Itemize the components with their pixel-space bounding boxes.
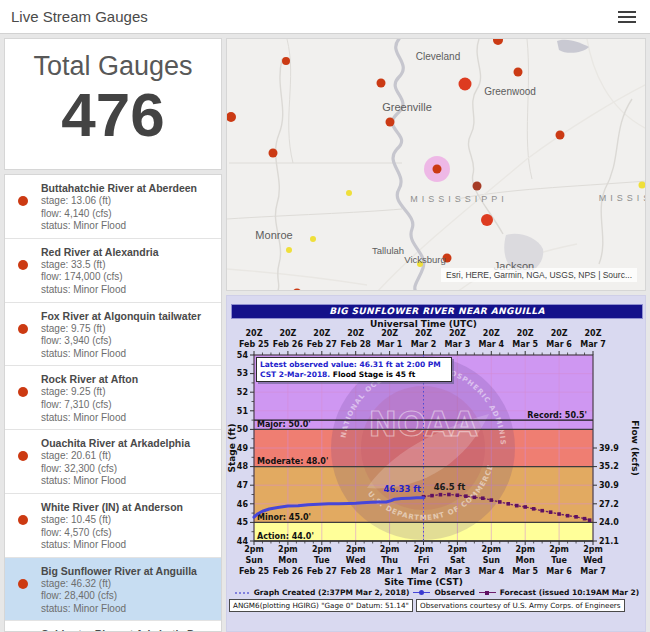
cst-tick-time: 2pm [515, 545, 535, 554]
gauge-status: status: Minor Flood [41, 412, 215, 425]
gauge-flow: flow: 4,570 (cfs) [41, 527, 215, 540]
forecast-point [574, 515, 578, 519]
forecast-point [506, 502, 510, 506]
flood-stage-text: Flood Stage is 45 ft [333, 370, 416, 379]
utc-tick-date: Mar 1 [377, 340, 403, 349]
gauge-marker[interactable] [556, 131, 565, 140]
map[interactable]: ClevelandGreenwoodGreenvilleMISSISSIPPIM… [226, 38, 646, 291]
gauge-marker[interactable] [227, 112, 236, 122]
flow-tick-label: 39.9 [599, 444, 619, 453]
gauge-marker[interactable] [481, 214, 493, 226]
forecast-point [447, 493, 451, 497]
list-item[interactable]: Ouachita River at Arkadelphiastage: 20.6… [5, 430, 221, 494]
data-label: 46.33 ft [384, 484, 422, 494]
flood-line-label: Moderate: 48.0' [257, 457, 328, 466]
gauge-marker[interactable] [269, 149, 278, 158]
map-lake [557, 40, 589, 53]
gauge-stage: stage: 13.06 (ft) [41, 195, 215, 208]
gauge-status-dot [18, 515, 28, 525]
gauge-flow: flow: 4,140 (cfs) [41, 208, 215, 221]
forecast-point [549, 510, 553, 514]
list-item[interactable]: White River (IN) at Andersonstage: 10.45… [5, 494, 221, 558]
gage-datum-box: ANGM6(plotting HGIRG) "Gage 0" Datum: 51… [229, 599, 413, 612]
utc-tick-time: 20Z [347, 329, 364, 338]
list-item[interactable]: Big Sunflower River at Anguillastage: 46… [5, 558, 221, 622]
observations-credit-box: Observations courtesy of U.S. Army Corps… [416, 599, 625, 612]
gauge-name: Coldwater River at Arkabutla Dam [41, 628, 215, 632]
cst-tick-time: 2pm [244, 545, 264, 554]
gauge-name: Ouachita River at Arkadelphia [41, 437, 215, 450]
utc-tick-date: Feb 27 [307, 340, 337, 349]
gauge-marker[interactable] [639, 182, 646, 189]
cst-tick-time: 2pm [448, 545, 468, 554]
utc-tick-date: Mar 6 [546, 340, 572, 349]
cst-tick-time: 2pm [481, 545, 501, 554]
cst-tick-day: Wed [583, 556, 603, 565]
utc-tick-date: Mar 5 [512, 340, 538, 349]
gauge-name: White River (IN) at Anderson [41, 501, 215, 514]
legend-created-label: Graph Created (2:37PM Mar 2, 2018) [254, 588, 410, 597]
cst-tick-day: Thu [381, 556, 398, 565]
gauge-marker[interactable] [346, 190, 352, 196]
gauge-marker[interactable] [293, 289, 302, 292]
gauge-marker[interactable] [473, 182, 482, 191]
utc-tick-date: Feb 26 [273, 340, 304, 349]
hydrograph: BIG SUNFLOWER RIVER NEAR ANGUILLA Univer… [226, 295, 646, 632]
cst-tick-day: Fri [418, 556, 430, 565]
gauge-marker[interactable] [377, 79, 386, 88]
map-stream-left [275, 59, 282, 291]
gauge-marker[interactable] [417, 261, 423, 267]
stage-tick-label: 45 [237, 518, 249, 527]
forecast-point [498, 500, 502, 504]
list-item[interactable]: Red River at Alexandriastage: 33.5 (ft)f… [5, 239, 221, 303]
gauge-marker[interactable] [386, 118, 395, 127]
forecast-point [439, 493, 443, 497]
cst-tick-date: Mar 7 [580, 567, 606, 576]
utc-tick-date: Mar 3 [445, 340, 471, 349]
map-county-borders [227, 39, 646, 219]
total-gauges-count: 476 [5, 82, 221, 148]
total-gauges-label: Total Gauges [5, 51, 221, 82]
forecast-point [490, 498, 494, 502]
map-canvas[interactable] [227, 39, 646, 291]
list-item[interactable]: Fox River at Algonquin tailwaterstage: 9… [5, 303, 221, 367]
utc-tick-time: 20Z [517, 329, 534, 338]
gauge-marker[interactable] [310, 236, 316, 242]
list-item[interactable]: Coldwater River at Arkabutla Damstage: 2… [5, 621, 221, 632]
gauge-status: status: Minor Flood [41, 220, 215, 233]
gauge-marker[interactable] [443, 254, 452, 263]
gauge-marker[interactable] [493, 39, 503, 45]
utc-tick-date: Mar 7 [580, 340, 606, 349]
cst-tick-date: Feb 27 [307, 567, 337, 576]
forecast-line-marker [479, 589, 496, 597]
gauge-marker[interactable] [459, 78, 472, 91]
menu-icon[interactable] [618, 11, 636, 24]
gauge-flow: flow: 3,940 (cfs) [41, 335, 215, 348]
list-item[interactable]: Buttahatchie River at Aberdeenstage: 13.… [5, 175, 221, 239]
cst-tick-date: Mar 5 [512, 567, 538, 576]
cst-tick-time: 2pm [414, 545, 434, 554]
forecast-point [540, 509, 544, 513]
list-item[interactable]: Rock River at Aftonstage: 9.25 (ft)flow:… [5, 366, 221, 430]
graph-created-marker [235, 592, 250, 594]
gauge-marker[interactable] [514, 68, 523, 77]
gauge-marker[interactable] [282, 57, 290, 65]
gauge-status-dot [18, 260, 28, 270]
gauge-name: Red River at Alexandria [41, 246, 215, 259]
forecast-point [566, 514, 570, 518]
utc-tick-time: 20Z [313, 329, 330, 338]
gauge-flow: flow: 32,300 (cfs) [41, 463, 215, 476]
stage-tick-label: 54 [237, 351, 249, 360]
cst-tick-time: 2pm [346, 545, 366, 554]
gauge-stage: stage: 33.5 (ft) [41, 259, 215, 272]
utc-tick-time: 20Z [483, 329, 500, 338]
stage-tick-label: 53 [237, 369, 248, 378]
cst-tick-date: Feb 28 [341, 567, 372, 576]
gauge-flow: flow: 7,310 (cfs) [41, 399, 215, 412]
selected-gauge-marker[interactable] [433, 165, 442, 174]
flow-tick-label: 21.1 [599, 537, 619, 546]
cst-tick-day: Mon [516, 556, 535, 565]
map-mississippi-river [392, 39, 423, 291]
gauge-marker[interactable] [286, 247, 292, 253]
stage-tick-label: 44 [237, 537, 249, 546]
